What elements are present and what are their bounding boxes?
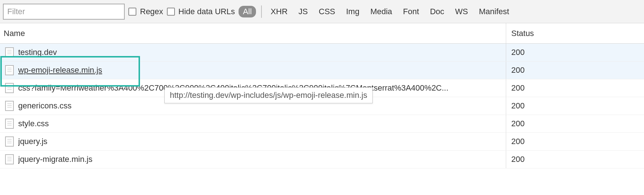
cell-name: style.css	[0, 115, 506, 132]
filter-type-media[interactable]: Media	[367, 7, 396, 16]
cell-status: 200	[506, 155, 644, 164]
cell-status: 200	[506, 137, 644, 146]
file-icon	[5, 136, 14, 147]
table-row[interactable]: testing.dev 200	[0, 44, 644, 61]
request-name: jquery-migrate.min.js	[18, 155, 92, 164]
hide-data-urls-label: Hide data URLs	[179, 7, 235, 16]
filter-type-js[interactable]: JS	[295, 7, 312, 16]
cell-status: 200	[506, 119, 644, 128]
column-header-name[interactable]: Name	[0, 23, 506, 43]
filter-type-doc[interactable]: Doc	[426, 7, 448, 16]
url-tooltip: http://testing.dev/wp-includes/js/wp-emo…	[164, 87, 373, 103]
file-icon	[5, 154, 14, 164]
request-name: genericons.css	[18, 101, 72, 111]
column-header-status[interactable]: Status	[506, 23, 644, 43]
cell-status: 200	[506, 83, 644, 93]
file-icon	[5, 65, 14, 75]
file-icon	[5, 47, 14, 57]
hide-data-urls-checkbox[interactable]	[167, 8, 175, 16]
filter-type-xhr[interactable]: XHR	[267, 7, 291, 16]
cell-name: testing.dev	[0, 44, 506, 61]
filter-type-all[interactable]: All	[239, 6, 256, 17]
table-row[interactable]: jquery-migrate.min.js 200	[0, 151, 644, 168]
filter-input[interactable]	[3, 4, 125, 20]
filter-type-img[interactable]: Img	[343, 7, 363, 16]
cell-name: wp-emoji-release.min.js	[0, 61, 506, 79]
filter-type-css[interactable]: CSS	[315, 7, 339, 16]
cell-name: jquery-migrate.min.js	[0, 151, 506, 168]
request-name: style.css	[18, 119, 49, 128]
cell-status: 200	[506, 65, 644, 75]
filter-type-manifest[interactable]: Manifest	[475, 7, 513, 16]
request-name: wp-emoji-release.min.js	[18, 65, 102, 75]
cell-name: jquery.js	[0, 133, 506, 150]
filter-type-font[interactable]: Font	[399, 7, 423, 16]
cell-status: 200	[506, 48, 644, 57]
network-rows: testing.dev 200 wp-emoji-release.min.js …	[0, 44, 644, 168]
request-name: jquery.js	[18, 137, 47, 146]
table-header: Name Status	[0, 23, 644, 44]
file-icon	[5, 83, 14, 93]
filter-type-ws[interactable]: WS	[452, 7, 472, 16]
regex-label: Regex	[140, 7, 163, 16]
table-row[interactable]: style.css 200	[0, 115, 644, 133]
cell-status: 200	[506, 101, 644, 111]
file-icon	[5, 101, 14, 111]
file-icon	[5, 119, 14, 129]
request-name: testing.dev	[18, 48, 57, 57]
table-row[interactable]: jquery.js 200	[0, 133, 644, 151]
table-row[interactable]: wp-emoji-release.min.js 200	[0, 61, 644, 79]
divider-icon	[261, 5, 262, 18]
regex-checkbox[interactable]	[128, 8, 136, 16]
filter-toolbar: Regex Hide data URLs All XHR JS CSS Img …	[0, 0, 644, 23]
